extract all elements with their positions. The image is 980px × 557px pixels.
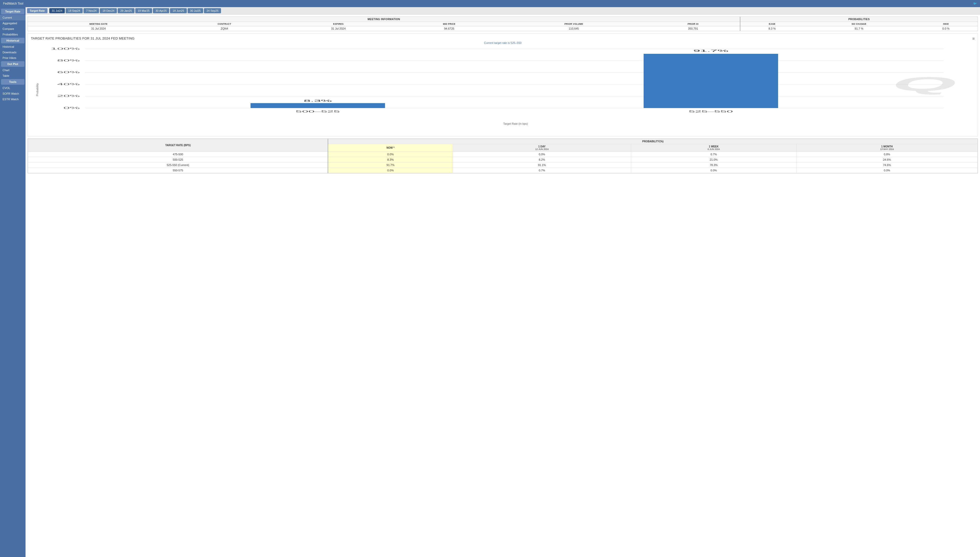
week1-cell: 78.3%: [631, 163, 797, 168]
app-title: FedWatch Tool: [3, 2, 23, 5]
prob-col-1day: 1 DAY 12 JUN 2024: [453, 144, 631, 152]
col-prior-oi: PRIOR OI: [646, 22, 740, 26]
svg-text:20%: 20%: [57, 94, 80, 98]
now-cell: 91.7%: [328, 163, 453, 168]
now-cell: 0.0%: [328, 168, 453, 173]
tab-19mar25[interactable]: 19 Mar25: [135, 8, 152, 13]
row-prior-oi: 350,791: [646, 26, 740, 31]
svg-text:40%: 40%: [57, 83, 80, 86]
sidebar-item-table[interactable]: Table: [0, 73, 26, 78]
now-cell: 0.0%: [328, 152, 453, 157]
meeting-info-title: MEETING INFORMATION: [28, 17, 740, 22]
prob-val-hike: 0.0 %: [914, 26, 978, 31]
day1-cell: 91.1%: [453, 163, 631, 168]
svg-text:0%: 0%: [63, 106, 80, 109]
tab-30apr25[interactable]: 30 Apr25: [153, 8, 169, 13]
tab-7nov24[interactable]: 7 Nov24: [83, 8, 99, 13]
col-expires: EXPIRES: [280, 22, 397, 26]
col-mid-price: MID PRICE: [397, 22, 501, 26]
svg-text:91.7%: 91.7%: [693, 49, 728, 52]
tab-bar: Target Rate 31 Jul24 18 Sep24 7 Nov24 18…: [26, 7, 980, 15]
bar-500-525: [251, 103, 385, 108]
chart-subtitle: Current target rate is 525–550: [31, 41, 975, 44]
table-row: 475-500 0.0% 0.0% 0.7% 0.8%: [28, 152, 978, 157]
svg-text:Q: Q: [892, 73, 956, 95]
month1-cell: 0.8%: [796, 152, 977, 157]
sidebar-item-current[interactable]: Current: [0, 15, 26, 20]
sidebar-item-chart[interactable]: Chart: [0, 67, 26, 73]
prob-table-target-col: TARGET RATE (BPS): [28, 139, 328, 152]
rate-cell: 525-550 (Current): [28, 163, 328, 168]
chart-menu-icon[interactable]: ≡: [972, 36, 975, 41]
day1-cell: 0.7%: [453, 168, 631, 173]
prob-col-hike: HIKE: [914, 22, 978, 26]
svg-text:8.3%: 8.3%: [304, 99, 332, 102]
week1-cell: 0.0%: [631, 168, 797, 173]
svg-text:100%: 100%: [51, 47, 80, 50]
tab-18sep24[interactable]: 18 Sep24: [65, 8, 83, 13]
row-mid-price: 94.6725: [397, 26, 501, 31]
historical-section-btn[interactable]: Historical: [1, 38, 24, 43]
x-axis-label: Target Rate (in bps): [56, 122, 975, 125]
tab-24sep25[interactable]: 24 Sep25: [204, 8, 221, 13]
sidebar-item-historical[interactable]: Historical: [0, 44, 26, 49]
prob-table-section-title: PROBABILITY(%): [328, 139, 977, 144]
rate-cell: 500-525: [28, 157, 328, 163]
prob-val-ease: 8.3 %: [740, 26, 804, 31]
col-contract: CONTRACT: [169, 22, 280, 26]
week1-cell: 21.0%: [631, 157, 797, 163]
week1-cell: 0.7%: [631, 152, 797, 157]
target-rate-tab-label[interactable]: Target Rate: [27, 8, 47, 13]
sidebar-item-prior-hikes[interactable]: Prior Hikes: [0, 55, 26, 61]
now-cell: 8.3%: [328, 157, 453, 163]
probability-table: TARGET RATE (BPS) PROBABILITY(%) NOW * 1…: [28, 139, 978, 173]
main-content: MEETING INFORMATION MEETING DATE CONTRAC…: [26, 15, 980, 557]
sidebar-item-probabilities[interactable]: Probabilities: [0, 32, 26, 37]
month1-cell: 0.0%: [796, 168, 977, 173]
month1-cell: 24.6%: [796, 157, 977, 163]
twitter-icon: 🐦: [973, 2, 977, 5]
meeting-info-panel: MEETING INFORMATION MEETING DATE CONTRAC…: [28, 16, 978, 31]
prob-col-1week: 1 WEEK 6 JUN 2024: [631, 144, 797, 152]
svg-text:60%: 60%: [57, 71, 80, 74]
svg-text:525–550: 525–550: [689, 110, 733, 113]
tools-section-btn[interactable]: Tools: [1, 79, 24, 85]
tab-18jun25[interactable]: 18 Jun25: [170, 8, 186, 13]
dotplot-section-btn[interactable]: Dot Plot: [1, 61, 24, 67]
table-row: 500-525 8.3% 8.2% 21.0% 24.6%: [28, 157, 978, 163]
prob-col-now: NOW *: [328, 144, 453, 152]
tab-31jul24[interactable]: 31 Jul24: [49, 8, 65, 13]
rate-cell: 550-575: [28, 168, 328, 173]
tab-29jan25[interactable]: 29 Jan25: [118, 8, 134, 13]
row-expires: 31 Jul 2024: [280, 26, 397, 31]
table-row: 525-550 (Current) 91.7% 91.1% 78.3% 74.6…: [28, 163, 978, 168]
chart-title: TARGET RATE PROBABILITIES FOR 31 JUL 202…: [31, 36, 134, 40]
col-meeting-date: MEETING DATE: [28, 22, 169, 26]
col-prior-volume: PRIOR VOLUME: [501, 22, 646, 26]
probability-table-container: TARGET RATE (BPS) PROBABILITY(%) NOW * 1…: [28, 138, 978, 173]
sidebar-item-aggregated[interactable]: Aggregated: [0, 20, 26, 26]
sidebar: Target Rate Current Aggregated Compare P…: [0, 7, 26, 557]
bar-525-550: [644, 54, 778, 108]
prob-col-ease: EASE: [740, 22, 804, 26]
sidebar-item-sofr-watch[interactable]: SOFR Watch: [0, 91, 26, 96]
sidebar-item-compare[interactable]: Compare: [0, 26, 26, 32]
prob-col-nochange: NO CHANGE: [804, 22, 914, 26]
sidebar-item-downloads[interactable]: Downloads: [0, 49, 26, 55]
day1-cell: 0.0%: [453, 152, 631, 157]
tab-18dec24[interactable]: 18 Dec24: [100, 8, 117, 13]
svg-text:80%: 80%: [57, 59, 80, 62]
app-header: FedWatch Tool 🐦: [0, 0, 980, 7]
rate-cell: 475-500: [28, 152, 328, 157]
chart-panel: TARGET RATE PROBABILITIES FOR 31 JUL 202…: [28, 33, 978, 137]
sidebar-item-cvol[interactable]: CVOL: [0, 85, 26, 91]
row-contract: ZQN4: [169, 26, 280, 31]
month1-cell: 74.6%: [796, 163, 977, 168]
prob-val-nochange: 91.7 %: [804, 26, 914, 31]
table-row: 550-575 0.0% 0.7% 0.0% 0.0%: [28, 168, 978, 173]
tab-30jul25[interactable]: 30 Jul25: [188, 8, 203, 13]
day1-cell: 8.2%: [453, 157, 631, 163]
bar-chart-svg: 100% 80% 60% 40% 20% 0% 8.3% 500–525: [44, 46, 975, 121]
target-rate-section-btn[interactable]: Target Rate: [1, 9, 24, 14]
sidebar-item-estr-watch[interactable]: ESTR Watch: [0, 96, 26, 102]
